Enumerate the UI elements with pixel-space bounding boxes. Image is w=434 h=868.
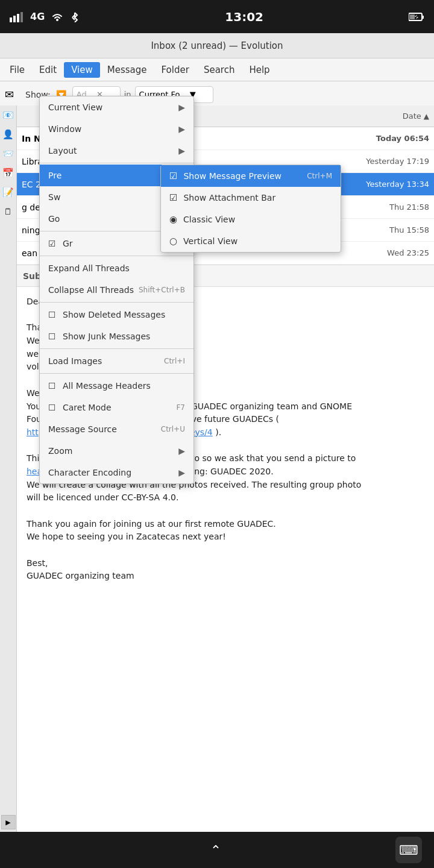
separator [40,373,193,374]
battery-icon [409,11,424,22]
menu-help[interactable]: Help [242,62,277,78]
radio-checked-icon [169,214,177,225]
submenu-show-attachment[interactable]: Show Attachment Bar [161,187,341,209]
status-left: 4G [10,11,80,22]
header-date[interactable]: Date ▲ [333,112,429,121]
preview-p6: Thank you again for joining us at our fi… [27,518,424,544]
menu-caret-mode[interactable]: ☐ Caret Mode F7 [40,397,193,418]
email-date: Wed 23:25 [351,248,429,257]
wifi-icon [51,11,64,22]
sidebar-icon-contacts[interactable]: 👤 [1,127,16,142]
email-date: Yesterday 13:34 [351,180,429,189]
menu-all-headers[interactable]: ☐ All Message Headers [40,375,193,397]
email-date: Yesterday 17:19 [351,157,429,166]
menu-edit[interactable]: Edit [32,62,64,78]
svg-rect-1 [13,16,16,22]
sidebar-icon-notes[interactable]: 🗒 [1,204,16,219]
up-arrow-icon: ⌃ [210,843,221,858]
menu-view[interactable]: View [64,62,100,78]
email-date: Thu 21:58 [351,203,429,212]
svg-rect-2 [17,14,19,22]
sidebar-icon-inbox[interactable]: 📧 [1,108,16,122]
keyboard-icon: ⌨ [399,843,418,858]
svg-rect-6 [422,16,424,19]
network-type: 4G [30,11,45,22]
checkbox-unchecked-icon: ☐ [48,332,58,341]
menu-show-deleted[interactable]: ☐ Show Deleted Messages [40,304,193,326]
title-bar: Inbox (2 unread) — Evolution [0,33,434,58]
checkbox-unchecked-icon: ☐ [48,310,58,319]
svg-rect-0 [10,17,12,22]
checkbox-unchecked-icon: ☐ [48,403,58,412]
view-menu: Current View ▶ Window ▶ Layout ▶ Pre ▶ [39,96,194,484]
window-title: Inbox (2 unread) — Evolution [151,40,283,51]
svg-rect-3 [20,12,23,22]
keyboard-button[interactable]: ⌨ [395,837,422,863]
svg-point-4 [56,19,58,21]
separator [40,348,193,349]
radio-unchecked-icon [169,236,177,247]
menu-folder[interactable]: Folder [154,62,197,78]
checkbox-checked-icon [169,171,177,181]
arrow-icon: ▶ [178,102,185,112]
up-button[interactable]: ⌃ [204,838,228,862]
bottom-bar: ⌃ ⌨ [0,832,434,868]
status-right [409,11,424,22]
separator [40,302,193,303]
arrow-icon: ▶ [178,446,185,456]
sort-arrow-icon: ▲ [424,112,429,121]
preview-submenu: Show Message Preview Ctrl+M Show Attachm… [160,165,341,253]
menu-search[interactable]: Search [197,62,242,78]
arrow-icon: ▶ [178,124,185,134]
sidebar: 📧 👤 📨 📅 📝 🗒 ▶ [0,105,17,832]
email-date: Thu 15:58 [351,225,429,234]
submenu-show-preview[interactable]: Show Message Preview Ctrl+M [161,165,341,187]
arrow-icon: ▶ [178,146,185,156]
compose-icon[interactable]: ✉ [5,88,14,101]
sidebar-expand-btn[interactable]: ▶ [1,815,16,829]
checkbox-checked-icon [169,192,177,203]
preview-closing: Best,GUADEC organizing team [27,557,424,583]
status-time: 13:02 [225,10,263,24]
menu-window[interactable]: Window ▶ [40,118,193,140]
menu-message[interactable]: Message [100,62,154,78]
submenu-vertical-view[interactable]: Vertical View [161,230,341,252]
view-dropdown: Current View ▶ Window ▶ Layout ▶ Pre ▶ [39,96,194,484]
email-date: Today 06:54 [351,134,429,143]
checkbox-unchecked-icon: ☐ [48,381,58,391]
svg-rect-7 [410,14,415,19]
menu-load-images[interactable]: Load Images Ctrl+I [40,350,193,372]
menu-bar: File Edit View Message Folder Search Hel… [0,58,434,81]
menu-layout[interactable]: Layout ▶ [40,140,193,162]
bluetooth-icon [70,11,80,22]
signal-icon [10,11,24,22]
menu-collapse-threads[interactable]: Collapse All Threads Shift+Ctrl+B [40,279,193,301]
sidebar-icon-calendar[interactable]: 📅 [1,166,16,180]
menu-show-junk[interactable]: ☐ Show Junk Messages [40,326,193,347]
sidebar-icon-tasks[interactable]: 📝 [1,185,16,200]
arrow-icon: ▶ [178,468,185,477]
separator [40,163,193,163]
status-bar: 4G 13:02 [0,0,434,33]
menu-zoom[interactable]: Zoom ▶ [40,440,193,462]
submenu-classic-view[interactable]: Classic View [161,209,341,230]
separator [40,256,193,256]
checkbox-checked-icon: ☑ [48,239,58,248]
menu-char-encoding[interactable]: Character Encoding ▶ [40,462,193,483]
menu-file[interactable]: File [2,62,32,78]
menu-message-source[interactable]: Message Source Ctrl+U [40,418,193,440]
menu-current-view[interactable]: Current View ▶ [40,96,193,118]
sidebar-icon-mail[interactable]: 📨 [1,146,16,161]
menu-expand-threads[interactable]: Expand All Threads [40,257,193,279]
